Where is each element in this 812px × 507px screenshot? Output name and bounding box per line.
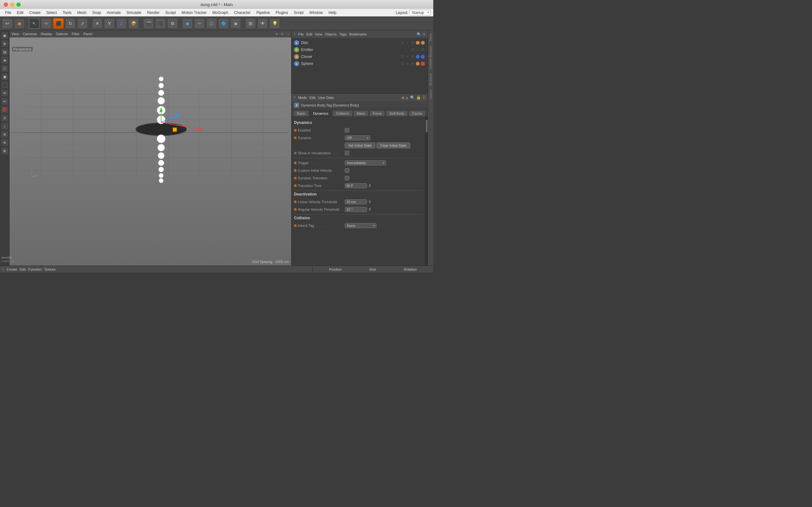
close-button[interactable]	[4, 3, 8, 7]
viewport-menu-display[interactable]: Display	[41, 32, 52, 36]
mode-button[interactable]: ◉	[14, 18, 25, 29]
sphere-mat-2[interactable]	[421, 62, 425, 66]
emitter-vis-2[interactable]: ✓	[415, 48, 420, 52]
obj-toolbar-objects[interactable]: Objects	[325, 32, 337, 36]
viewport-menu-options[interactable]: Options	[56, 32, 68, 36]
menu-render[interactable]: Render	[145, 10, 162, 15]
timeline-texture[interactable]: Texture	[44, 268, 55, 271]
object-row-sphere[interactable]: ● Sphere ☐ ✓ ✗	[293, 60, 426, 67]
attr-arrow-left-icon[interactable]: ◀	[401, 95, 404, 100]
obj-toolbar-edit[interactable]: Edit	[306, 32, 312, 36]
left-tool-11[interactable]: ⊙	[1, 114, 9, 122]
left-tool-8[interactable]: ⟳	[1, 89, 9, 97]
maximize-button[interactable]	[16, 3, 20, 7]
side-tab-layers[interactable]: Layers	[428, 88, 433, 101]
prim3-button[interactable]: ⬡	[206, 18, 217, 29]
obj-toolbar-tags[interactable]: Tags	[339, 32, 347, 36]
viewport-menu-view[interactable]: View	[11, 32, 19, 36]
emitter-vis-3[interactable]: ☐	[420, 48, 425, 52]
emitter-vis-1[interactable]: ☐	[410, 48, 415, 52]
select-tool-button[interactable]: ↖	[29, 18, 40, 29]
disc-vis-4[interactable]	[421, 41, 425, 45]
timeline-create[interactable]: Create	[7, 268, 17, 271]
menu-tools[interactable]: Tools	[60, 10, 74, 15]
transition-time-stepper[interactable]: ⬍	[368, 183, 371, 188]
tab-cache[interactable]: Cache	[409, 110, 426, 116]
attr-toolbar-edit[interactable]: Edit	[310, 96, 316, 100]
menu-edit[interactable]: Edit	[14, 10, 26, 15]
left-tool-13[interactable]: ⊘	[1, 130, 9, 138]
transition-time-input[interactable]	[345, 183, 367, 188]
angular-vel-input[interactable]	[345, 207, 367, 212]
inherit-tag-dropdown[interactable]: None	[345, 223, 376, 228]
disc-material[interactable]	[416, 41, 420, 45]
tab-dynamics[interactable]: Dynamics	[310, 110, 332, 116]
scale-tool-button[interactable]: ⬛	[53, 18, 64, 29]
left-tool-3[interactable]: ▤	[1, 48, 9, 56]
left-tool-6[interactable]: ▣	[1, 73, 9, 80]
viewport-menu-filter[interactable]: Filter	[72, 32, 79, 36]
viewport-icon-3[interactable]: ◻	[287, 32, 289, 36]
menu-select[interactable]: Select	[44, 10, 59, 15]
layout-dropdown[interactable]: Startup	[409, 10, 431, 15]
minimize-button[interactable]	[10, 3, 14, 7]
left-tool-12[interactable]: ↕	[1, 122, 9, 130]
tab-soft-body[interactable]: Soft Body	[386, 110, 408, 116]
delete-button[interactable]: ✕	[92, 18, 103, 29]
menu-simulate[interactable]: Simulate	[124, 10, 144, 15]
enabled-checkbox[interactable]: ✓	[345, 128, 349, 132]
side-tab-takes[interactable]: Takes	[428, 32, 433, 44]
obj-toolbar-file[interactable]: File	[298, 32, 304, 36]
viewport-menu-cameras[interactable]: Cameras	[23, 32, 37, 36]
prim2-button[interactable]: ✏	[194, 18, 205, 29]
clear-initial-state-button[interactable]: Clear Initial State	[376, 143, 410, 148]
rotate-tool-button[interactable]: ↻	[65, 18, 76, 29]
timeline-function[interactable]: Function	[28, 268, 42, 271]
move-tool-button[interactable]: ✛	[41, 18, 52, 29]
left-tool-2[interactable]: ⊕	[1, 40, 9, 48]
left-tool-5[interactable]: ⬡	[1, 65, 9, 72]
object-row-cloner[interactable]: ⚙ Cloner ☐ ✓ ☐	[293, 53, 426, 60]
select2-tool-button[interactable]: ⤢	[77, 18, 88, 29]
sphere-vis-2[interactable]: ✓	[405, 61, 410, 66]
grid-button[interactable]: ⊞	[245, 18, 256, 29]
sphere-vis-1[interactable]: ☐	[400, 61, 405, 66]
viewport[interactable]: View Cameras Display Options Filter Pane…	[9, 31, 291, 266]
menu-snap[interactable]: Snap	[90, 10, 104, 15]
cloner-mat-1[interactable]	[416, 55, 420, 59]
obj-settings-icon[interactable]: ⚙	[422, 32, 426, 37]
left-tool-14[interactable]: ≋	[1, 139, 9, 147]
object-button[interactable]: 📦	[128, 18, 139, 29]
menu-mograph[interactable]: MoGraph	[210, 10, 231, 15]
menu-motion-tracker[interactable]: Motion Tracker	[179, 10, 209, 15]
menu-plugins[interactable]: Plugins	[273, 10, 291, 15]
menu-pipeline[interactable]: Pipeline	[254, 10, 272, 15]
angular-vel-stepper[interactable]: ⬍	[368, 207, 371, 212]
left-tool-9[interactable]: ✏	[1, 98, 9, 105]
menu-animate[interactable]: Animate	[104, 10, 123, 15]
prim4-button[interactable]: 🔷	[218, 18, 229, 29]
attr-arrow-up-icon[interactable]: ▲	[405, 95, 409, 100]
viewport-menu-panel[interactable]: Panel	[84, 32, 92, 36]
cloner-vis-2[interactable]: ✓	[405, 55, 410, 59]
cloner-mat-2[interactable]	[421, 55, 425, 59]
linear-vel-input[interactable]	[345, 199, 367, 205]
tab-basic[interactable]: Basic	[293, 110, 309, 116]
attr-menu-icon[interactable]: ☰	[422, 95, 426, 100]
attr-toolbar-userdata[interactable]: User Data	[318, 96, 334, 100]
linear-vel-stepper[interactable]: ⬍	[368, 200, 371, 204]
camera-button[interactable]: 🎬	[143, 18, 154, 29]
obj-toolbar-view[interactable]: View	[315, 32, 322, 36]
set-initial-state-button[interactable]: Set Initial State	[345, 143, 375, 148]
left-tool-7[interactable]: ⬛	[1, 81, 9, 89]
side-tab-structure[interactable]: Structure	[428, 71, 433, 88]
sphere-mat-1[interactable]	[416, 62, 420, 66]
obj-toolbar-bookmarks[interactable]: Bookmarks	[349, 32, 367, 36]
light-button[interactable]: 💡	[269, 18, 280, 29]
left-tool-1[interactable]: ◉	[1, 32, 9, 39]
menu-help[interactable]: Help	[326, 10, 339, 15]
trigger-dropdown[interactable]: Immediately On Collision By Expression	[345, 160, 386, 165]
attr-lock-icon[interactable]: 🔒	[416, 95, 421, 100]
attr-toolbar-mode[interactable]: Mode	[298, 96, 307, 100]
dynamic-transition-checkbox[interactable]	[345, 176, 349, 180]
